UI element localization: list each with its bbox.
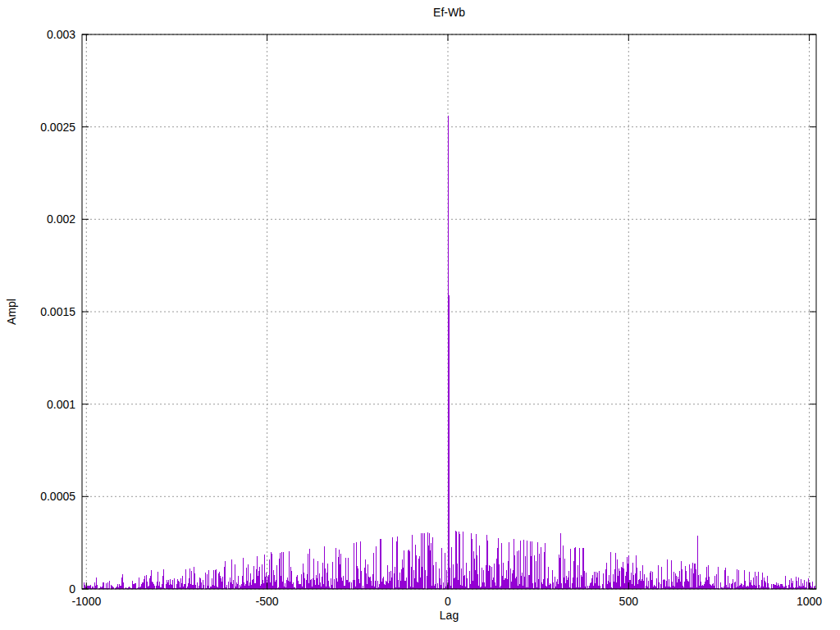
y-tick-label: 0	[69, 582, 75, 596]
chart-container: -1000-5000500100000.00050.0010.00150.002…	[0, 0, 840, 630]
x-tick-label: 1000	[797, 595, 822, 608]
tick-labels: -1000-5000500100000.00050.0010.00150.002…	[40, 28, 822, 608]
y-tick-label: 0.003	[47, 28, 75, 41]
x-tick-label: -1000	[71, 595, 101, 608]
plot-svg: -1000-5000500100000.00050.0010.00150.002…	[0, 0, 840, 630]
y-tick-label: 0.001	[47, 398, 75, 411]
y-tick-label: 0.0005	[40, 490, 75, 503]
x-tick-label: 0	[445, 595, 451, 608]
x-tick-label: 500	[619, 595, 639, 608]
x-axis-label: Lag	[82, 609, 816, 622]
data-series	[82, 116, 816, 589]
series-line	[82, 116, 816, 589]
y-tick-label: 0.0015	[40, 305, 75, 318]
y-tick-label: 0.0025	[40, 121, 75, 134]
y-tick-label: 0.002	[47, 212, 75, 226]
y-axis-label: Ampl	[5, 299, 18, 325]
x-tick-label: -500	[256, 595, 279, 608]
chart-title: Ef-Wb	[82, 6, 816, 19]
